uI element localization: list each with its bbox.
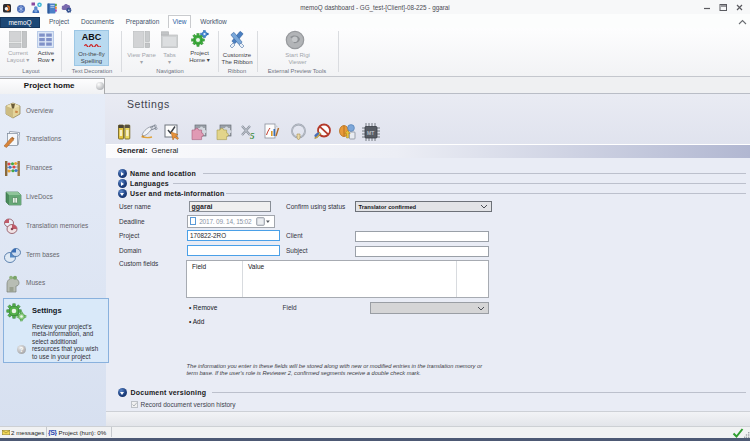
svg-text:{S}: {S} [48, 429, 57, 437]
svg-text:MT: MT [367, 130, 374, 136]
svg-text:5: 5 [250, 131, 255, 141]
